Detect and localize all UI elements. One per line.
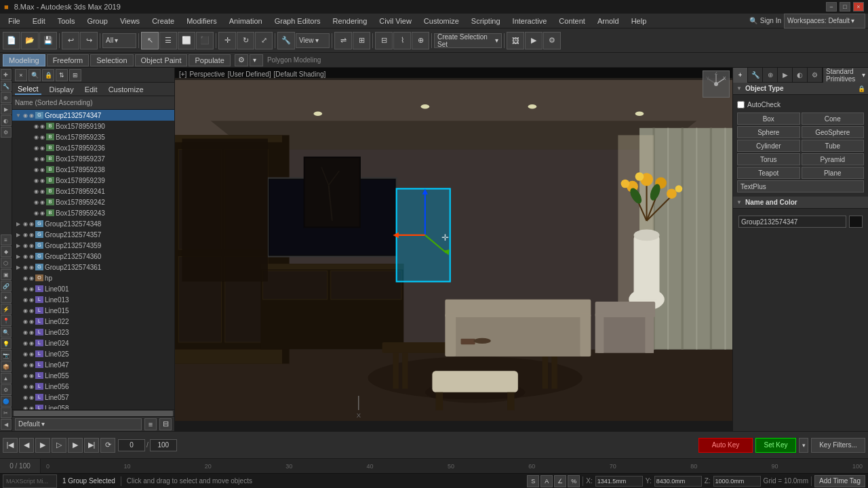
scene-item-group4[interactable]: ▶ ◉ ◉ G Group2132574359 bbox=[12, 240, 174, 251]
coord-z-input[interactable] bbox=[713, 476, 761, 487]
menu-animation[interactable]: Animation bbox=[224, 16, 268, 26]
scene-lock[interactable]: 🔒 bbox=[42, 69, 54, 81]
set-key-options[interactable]: ▾ bbox=[799, 438, 808, 453]
scene-tab-edit[interactable]: Edit bbox=[82, 85, 100, 94]
menu-civil-view[interactable]: Civil View bbox=[374, 16, 416, 26]
pyramid-button[interactable]: Pyramid bbox=[802, 153, 865, 165]
viewport-perspective[interactable]: Perspective bbox=[189, 70, 224, 78]
scene-item-box6[interactable]: ◉ ◉ B Box1578959239 bbox=[12, 175, 174, 186]
scene-item-line058[interactable]: ◉ ◉ L Line058 bbox=[12, 403, 174, 409]
menu-arnold[interactable]: Arnold bbox=[592, 16, 625, 26]
viewport-shading[interactable]: [Default Shading] bbox=[274, 70, 326, 78]
scene-item-box9[interactable]: ◉ ◉ B Box1578959243 bbox=[12, 207, 174, 218]
scene-item-line056[interactable]: ◉ ◉ L Line056 bbox=[12, 381, 174, 392]
anim-prev-key[interactable]: |◀ bbox=[3, 438, 18, 453]
select-by-name[interactable]: ☰ bbox=[159, 32, 177, 49]
anim-next-key[interactable]: ▶| bbox=[84, 438, 99, 453]
menu-modifiers[interactable]: Modifiers bbox=[181, 16, 222, 26]
sign-in-button[interactable]: Sign In bbox=[760, 17, 781, 24]
scene-item-group5[interactable]: ▶ ◉ ◉ G Group2132574360 bbox=[12, 251, 174, 262]
scene-item-line025[interactable]: ◉ ◉ L Line025 bbox=[12, 348, 174, 359]
tab-object-paint[interactable]: Object Paint bbox=[135, 54, 188, 66]
primitives-dropdown[interactable]: Standard Primitives ▾ bbox=[823, 68, 868, 83]
scale-tool[interactable]: ⤢ bbox=[255, 32, 273, 49]
scene-tab-customize[interactable]: Customize bbox=[106, 85, 146, 94]
coord-y-input[interactable] bbox=[654, 476, 702, 487]
create-selection-set[interactable]: Create Selection Set ▾ bbox=[434, 33, 502, 48]
menu-rendering[interactable]: Rendering bbox=[328, 16, 373, 26]
sidebar-create[interactable]: ✚ bbox=[1, 69, 12, 80]
sidebar-utilities[interactable]: ⚙ bbox=[1, 127, 12, 138]
render-frame[interactable]: ▶ bbox=[525, 32, 542, 49]
sidebar-extra-16[interactable]: ✂ bbox=[1, 407, 12, 418]
schematic-view[interactable]: ⊕ bbox=[412, 32, 429, 49]
sidebar-extra-13[interactable]: ▲ bbox=[1, 373, 12, 384]
tab-modeling[interactable]: Modeling bbox=[3, 54, 45, 66]
minimize-button[interactable]: − bbox=[826, 2, 837, 12]
material-editor[interactable]: ⚙ bbox=[543, 32, 561, 49]
object-color-swatch[interactable] bbox=[849, 216, 863, 228]
sidebar-extra-7[interactable]: ⚡ bbox=[1, 304, 12, 314]
textplus-button[interactable]: TextPlus bbox=[737, 180, 864, 192]
scene-horizontal-scrollbar[interactable] bbox=[12, 409, 174, 416]
scene-item-group1[interactable]: ▼ ◉ ◉ G Group2132574347 bbox=[12, 110, 174, 121]
sidebar-motion[interactable]: ▶ bbox=[1, 104, 12, 115]
menu-group[interactable]: Group bbox=[81, 16, 113, 26]
menu-scripting[interactable]: Scripting bbox=[466, 16, 506, 26]
curve-editor[interactable]: ⌇ bbox=[393, 32, 411, 49]
layer-options-1[interactable]: ≡ bbox=[144, 418, 157, 430]
open-button[interactable]: 📂 bbox=[21, 32, 39, 49]
torus-button[interactable]: Torus bbox=[737, 153, 800, 165]
right-tab-utils[interactable]: ⚙ bbox=[808, 68, 823, 83]
select-tool[interactable]: ↖ bbox=[141, 32, 159, 49]
menu-customize[interactable]: Customize bbox=[418, 16, 465, 26]
menu-edit[interactable]: Edit bbox=[27, 16, 51, 26]
scene-list[interactable]: ▼ ◉ ◉ G Group2132574347 ◉ ◉ B Box1578959… bbox=[12, 110, 174, 409]
anim-play[interactable]: ▶ bbox=[35, 438, 50, 453]
right-tab-create[interactable]: + bbox=[733, 68, 748, 83]
timeline-track[interactable]: 0 10 20 30 40 50 60 70 80 90 100 bbox=[41, 459, 868, 473]
name-color-section-header[interactable]: ▼ Name and Color bbox=[733, 197, 868, 209]
tab-populate[interactable]: Populate bbox=[189, 54, 230, 66]
workspace-dropdown[interactable]: Workspaces: Default ▾ bbox=[784, 14, 865, 28]
scene-item-line001[interactable]: ◉ ◉ L Line001 bbox=[12, 283, 174, 294]
scene-item-group3[interactable]: ▶ ◉ ◉ G Group2132574357 bbox=[12, 229, 174, 240]
scene-item-line022[interactable]: ◉ ◉ L Line022 bbox=[12, 316, 174, 327]
scene-item-line023[interactable]: ◉ ◉ L Line023 bbox=[12, 327, 174, 338]
sidebar-extra-1[interactable]: ≡ bbox=[1, 235, 12, 245]
key-filters-button[interactable]: Key Filters... bbox=[811, 438, 865, 453]
layer-dropdown[interactable]: Default ▾ bbox=[15, 418, 142, 430]
menu-graph-editors[interactable]: Graph Editors bbox=[269, 16, 326, 26]
geosphere-button[interactable]: GeoSphere bbox=[802, 126, 865, 138]
menu-tools[interactable]: Tools bbox=[52, 16, 81, 26]
move-tool[interactable]: ✛ bbox=[218, 32, 236, 49]
object-type-section-header[interactable]: ▼ Object Type 🔒 bbox=[733, 83, 868, 95]
ref-coord[interactable]: 🔧 bbox=[277, 32, 295, 49]
layer-mgr[interactable]: ⊟ bbox=[375, 32, 393, 49]
sidebar-extra-2[interactable]: ◆ bbox=[1, 246, 12, 257]
anim-prev-frame[interactable]: ◀ bbox=[19, 438, 34, 453]
sidebar-extra-14[interactable]: ⚙ bbox=[1, 384, 12, 395]
scene-item-box1[interactable]: ◉ ◉ B Box1578959190 bbox=[12, 121, 174, 131]
snap-3d-toggle[interactable]: A bbox=[540, 475, 553, 487]
box-button[interactable]: Box bbox=[737, 113, 800, 125]
total-frames-input[interactable] bbox=[150, 439, 177, 451]
menu-interactive[interactable]: Interactive bbox=[507, 16, 553, 26]
all-dropdown[interactable]: All ▾ bbox=[102, 33, 136, 48]
right-tab-modify[interactable]: 🔧 bbox=[748, 68, 763, 83]
mirror-tool[interactable]: ⇌ bbox=[334, 32, 352, 49]
auto-key-button[interactable]: Auto Key bbox=[698, 438, 753, 453]
sidebar-extra-8[interactable]: 📍 bbox=[1, 315, 12, 326]
teapot-button[interactable]: Teapot bbox=[737, 167, 800, 179]
sidebar-extra-4[interactable]: ▣ bbox=[1, 269, 12, 280]
redo-button[interactable]: ↪ bbox=[80, 32, 98, 49]
right-tab-display[interactable]: ◐ bbox=[793, 68, 808, 83]
window-crossing[interactable]: ⬛ bbox=[196, 32, 214, 49]
angle-snap-toggle[interactable]: ∠ bbox=[554, 475, 566, 487]
sidebar-display[interactable]: ◐ bbox=[1, 115, 12, 126]
right-tab-motion[interactable]: ▶ bbox=[778, 68, 793, 83]
scene-filter[interactable]: 🔍 bbox=[28, 69, 41, 81]
scene-item-line047[interactable]: ◉ ◉ L Line047 bbox=[12, 359, 174, 370]
sidebar-hierarchy[interactable]: ⊕ bbox=[1, 92, 12, 103]
cylinder-button[interactable]: Cylinder bbox=[737, 140, 800, 152]
